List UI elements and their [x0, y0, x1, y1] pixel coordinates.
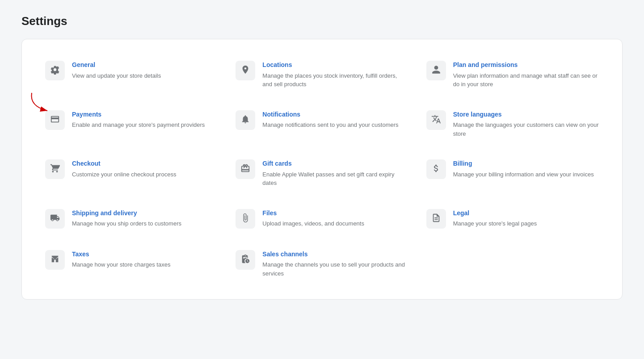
payments-title: Payments: [72, 110, 218, 119]
gift-cards-text: Gift cards Enable Apple Wallet passes an…: [262, 159, 408, 188]
settings-item-payments[interactable]: Payments Enable and manage your store's …: [36, 100, 227, 149]
settings-item-billing[interactable]: Billing Manage your billing information …: [417, 149, 608, 198]
locations-title: Locations: [262, 61, 408, 70]
gift-cards-icon-wrapper: [236, 159, 255, 179]
notifications-icon-wrapper: [236, 110, 255, 130]
plan-and-permissions-title: Plan and permissions: [453, 61, 599, 70]
files-icon: [240, 213, 250, 225]
general-icon: [50, 65, 60, 76]
legal-icon: [431, 213, 441, 225]
checkout-icon: [50, 163, 60, 175]
settings-item-notifications[interactable]: Notifications Manage notifications sent …: [227, 100, 417, 149]
taxes-title: Taxes: [72, 250, 218, 259]
billing-title: Billing: [453, 159, 599, 168]
files-description: Upload images, videos, and documents: [262, 219, 408, 228]
shipping-and-delivery-description: Manage how you ship orders to customers: [72, 219, 218, 228]
store-languages-description: Manage the languages your customers can …: [453, 121, 599, 138]
settings-item-sales-channels[interactable]: Sales channels Manage the channels you u…: [227, 239, 417, 289]
sales-channels-icon-wrapper: [236, 250, 255, 270]
store-languages-text: Store languages Manage the languages you…: [453, 110, 599, 138]
general-description: View and update your store details: [72, 71, 218, 80]
gift-cards-description: Enable Apple Wallet passes and set gift …: [262, 170, 408, 188]
payments-text: Payments Enable and manage your store's …: [72, 110, 218, 129]
notifications-icon: [240, 114, 250, 126]
general-text: General View and update your store detai…: [72, 61, 218, 80]
settings-item-locations[interactable]: Locations Manage the places you stock in…: [227, 50, 417, 100]
settings-item-general[interactable]: General View and update your store detai…: [36, 50, 227, 100]
gift-cards-title: Gift cards: [262, 159, 408, 168]
sales-channels-title: Sales channels: [262, 250, 408, 259]
settings-grid: General View and update your store detai…: [36, 50, 608, 288]
sales-channels-description: Manage the channels you use to sell your…: [262, 260, 408, 278]
page-container: Settings General View and update your st…: [0, 0, 644, 314]
plan-and-permissions-icon-wrapper: [426, 61, 446, 80]
shipping-and-delivery-icon: [50, 213, 60, 225]
page-title: Settings: [21, 14, 623, 28]
settings-item-shipping-and-delivery[interactable]: Shipping and delivery Manage how you shi…: [36, 198, 227, 239]
billing-icon-wrapper: [426, 159, 446, 179]
settings-card: General View and update your store detai…: [21, 39, 623, 300]
sales-channels-text: Sales channels Manage the channels you u…: [262, 250, 408, 278]
legal-icon-wrapper: [426, 209, 446, 229]
plan-and-permissions-icon: [431, 65, 441, 76]
notifications-title: Notifications: [262, 110, 408, 119]
gift-cards-icon: [240, 163, 250, 175]
taxes-icon: [50, 254, 60, 266]
shipping-and-delivery-title: Shipping and delivery: [72, 209, 218, 218]
checkout-text: Checkout Customize your online checkout …: [72, 159, 218, 179]
locations-text: Locations Manage the places you stock in…: [262, 61, 408, 89]
files-title: Files: [262, 209, 408, 218]
plan-and-permissions-text: Plan and permissions View plan informati…: [453, 61, 599, 89]
store-languages-icon-wrapper: [426, 110, 446, 130]
payments-description: Enable and manage your store's payment p…: [72, 121, 218, 129]
settings-item-files[interactable]: Files Upload images, videos, and documen…: [227, 198, 417, 239]
locations-description: Manage the places you stock inventory, f…: [262, 71, 408, 89]
taxes-text: Taxes Manage how your store charges taxe…: [72, 250, 218, 269]
settings-item-taxes[interactable]: Taxes Manage how your store charges taxe…: [36, 239, 227, 289]
settings-item-gift-cards[interactable]: Gift cards Enable Apple Wallet passes an…: [227, 149, 417, 198]
settings-item-store-languages[interactable]: Store languages Manage the languages you…: [417, 100, 608, 149]
general-title: General: [72, 61, 218, 70]
taxes-description: Manage how your store charges taxes: [72, 260, 218, 269]
files-icon-wrapper: [236, 209, 255, 229]
store-languages-icon: [431, 114, 441, 126]
notifications-description: Manage notifications sent to you and you…: [262, 121, 408, 129]
billing-description: Manage your billing information and view…: [453, 170, 599, 179]
shipping-and-delivery-icon-wrapper: [45, 209, 65, 229]
plan-and-permissions-description: View plan information and manage what st…: [453, 71, 599, 89]
legal-title: Legal: [453, 209, 599, 218]
checkout-title: Checkout: [72, 159, 218, 168]
store-languages-title: Store languages: [453, 110, 599, 119]
settings-item-plan-and-permissions[interactable]: Plan and permissions View plan informati…: [417, 50, 608, 100]
notifications-text: Notifications Manage notifications sent …: [262, 110, 408, 129]
shipping-and-delivery-text: Shipping and delivery Manage how you shi…: [72, 209, 218, 228]
general-icon-wrapper: [45, 61, 65, 80]
payments-icon: [50, 114, 60, 126]
locations-icon-wrapper: [236, 61, 255, 80]
billing-icon: [431, 163, 441, 175]
settings-item-checkout[interactable]: Checkout Customize your online checkout …: [36, 149, 227, 198]
checkout-icon-wrapper: [45, 159, 65, 179]
billing-text: Billing Manage your billing information …: [453, 159, 599, 179]
taxes-icon-wrapper: [45, 250, 65, 270]
locations-icon: [240, 65, 250, 76]
legal-description: Manage your store's legal pages: [453, 219, 599, 228]
files-text: Files Upload images, videos, and documen…: [262, 209, 408, 228]
legal-text: Legal Manage your store's legal pages: [453, 209, 599, 228]
payments-icon-wrapper: [45, 110, 65, 130]
settings-item-legal[interactable]: Legal Manage your store's legal pages: [417, 198, 608, 239]
sales-channels-icon: [240, 254, 250, 266]
checkout-description: Customize your online checkout process: [72, 170, 218, 179]
